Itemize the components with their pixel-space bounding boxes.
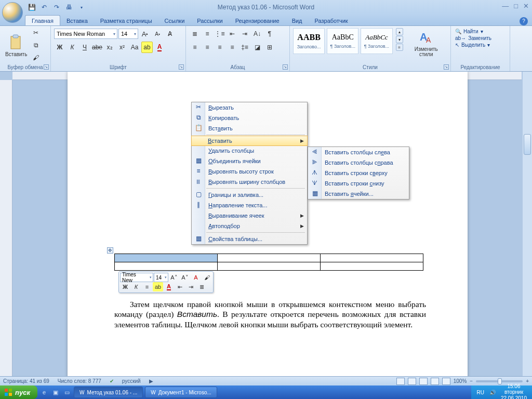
- strike-button[interactable]: abe: [91, 42, 103, 53]
- clear-format-icon[interactable]: A̷: [164, 28, 176, 39]
- font-size-select[interactable]: 14: [118, 29, 138, 39]
- align-right-button[interactable]: ≡: [214, 42, 225, 53]
- print-icon[interactable]: 🖶: [64, 3, 74, 12]
- status-macro-icon[interactable]: ▶: [149, 378, 153, 384]
- paste-button[interactable]: Вставить: [3, 33, 29, 58]
- submenu-item[interactable]: ▦Вставить ячейки...: [308, 189, 409, 199]
- maximize-button[interactable]: □: [514, 2, 518, 10]
- mini-format-painter[interactable]: 🖌: [202, 273, 212, 282]
- save-icon[interactable]: 💾: [27, 3, 36, 12]
- grow-font-icon[interactable]: A▴: [139, 28, 151, 39]
- tray-volume-icon[interactable]: 🔊: [489, 390, 496, 395]
- submenu-item[interactable]: ⩛Вставить строки снизу: [308, 178, 409, 189]
- highlight-button[interactable]: ab: [141, 42, 153, 53]
- format-painter-icon[interactable]: 🖌: [30, 52, 42, 63]
- show-desktop-icon[interactable]: ▭: [62, 388, 72, 397]
- subscript-button[interactable]: x₂: [104, 42, 115, 53]
- office-button[interactable]: [2, 2, 23, 23]
- context-menu-item[interactable]: ▦Объединить ячейки: [192, 156, 307, 166]
- zoom-out[interactable]: −: [470, 378, 473, 384]
- mini-grow-font[interactable]: A˄: [169, 273, 179, 282]
- status-lang[interactable]: русский: [122, 378, 141, 384]
- context-menu-item[interactable]: Вставить▶: [191, 136, 308, 146]
- copy-icon[interactable]: ⧉: [30, 39, 42, 51]
- show-marks-button[interactable]: ¶: [264, 28, 275, 39]
- context-menu-item[interactable]: 📋Вставить: [192, 123, 307, 134]
- mini-style[interactable]: A: [191, 273, 201, 282]
- vertical-scrollbar[interactable]: [523, 72, 532, 376]
- view-outline[interactable]: [431, 378, 439, 385]
- styles-scroll-down[interactable]: ▾: [396, 36, 403, 43]
- mini-italic[interactable]: К: [131, 282, 141, 291]
- tab-page-layout[interactable]: Разметка страницы: [94, 16, 158, 25]
- mini-bold[interactable]: Ж: [120, 282, 130, 291]
- shrink-font-icon[interactable]: A▾: [152, 28, 163, 39]
- underline-button[interactable]: Ч: [79, 42, 90, 53]
- sort-button[interactable]: A↓: [251, 28, 263, 39]
- taskbar-item[interactable]: WДокумент1 - Microso...: [145, 387, 217, 398]
- status-proof-icon[interactable]: ✔: [110, 378, 114, 384]
- ie-icon[interactable]: e: [39, 388, 49, 397]
- tab-view[interactable]: Вид: [286, 16, 309, 25]
- mini-size-select[interactable]: 14: [154, 273, 168, 282]
- page[interactable]: ✥ Times New 14 A˄ A˅ A 🖌 Ж К ≡ ab A ⇤ ⇥: [68, 72, 468, 376]
- cut-icon[interactable]: ✂: [30, 27, 42, 38]
- status-words[interactable]: Число слов: 8 777: [58, 378, 101, 384]
- table-row[interactable]: [115, 254, 423, 262]
- tab-home[interactable]: Главная: [25, 15, 60, 25]
- qat-more-icon[interactable]: ▾: [77, 3, 86, 12]
- status-page[interactable]: Страница: 41 из 69: [3, 378, 49, 384]
- context-menu-item[interactable]: Автоподбор▶: [192, 221, 307, 231]
- view-full-screen[interactable]: [408, 378, 416, 385]
- shading-button[interactable]: ◪: [251, 42, 263, 53]
- styles-more[interactable]: ≡: [396, 44, 403, 51]
- style-item[interactable]: AaBbCc¶ Заголов...: [361, 28, 392, 54]
- mini-font-select[interactable]: Times New: [120, 273, 153, 282]
- redo-icon[interactable]: ↷: [52, 3, 61, 12]
- submenu-item[interactable]: ⩚Вставить строки сверху: [308, 168, 409, 178]
- clipboard-dialog-launcher[interactable]: ↘: [44, 64, 49, 70]
- zoom-level[interactable]: 100%: [454, 378, 467, 384]
- view-draft[interactable]: [442, 378, 450, 385]
- context-menu-item[interactable]: Выравнивание ячеек▶: [192, 210, 307, 221]
- font-color-button[interactable]: A: [154, 42, 165, 53]
- bullets-button[interactable]: ≣: [189, 28, 201, 39]
- styles-dialog-launcher[interactable]: ↘: [444, 64, 449, 70]
- mini-shrink-font[interactable]: A˅: [180, 273, 190, 282]
- context-menu-item[interactable]: ▦Свойства таблицы...: [192, 234, 307, 244]
- borders-button[interactable]: ⊞: [264, 42, 275, 53]
- mini-font-color[interactable]: A: [164, 282, 174, 291]
- styles-scroll-up[interactable]: ▴: [396, 28, 403, 35]
- zoom-slider[interactable]: [476, 380, 523, 382]
- context-menu-item[interactable]: ≡Выровнять высоту строк: [192, 166, 307, 177]
- context-menu-item[interactable]: ✂Вырезать: [192, 102, 307, 113]
- taskbar-item[interactable]: WМетод указ 01.06 - ...: [74, 387, 143, 398]
- context-menu-item[interactable]: Удалить столбцы: [192, 145, 307, 156]
- ql-app-icon[interactable]: ▣: [51, 388, 60, 397]
- context-menu-item[interactable]: ⫼Выровнять ширину столбцов: [192, 177, 307, 187]
- submenu-item[interactable]: ⫸Вставить столбцы справа: [308, 157, 409, 168]
- help-button[interactable]: ?: [520, 17, 528, 25]
- change-case-button[interactable]: Aa: [129, 42, 140, 53]
- undo-icon[interactable]: ↶: [39, 3, 49, 12]
- tray-clock[interactable]: 15:06 вторник 22.06.2010: [501, 383, 527, 399]
- italic-button[interactable]: К: [66, 42, 78, 53]
- context-menu-item[interactable]: ▢Границы и заливка...: [192, 190, 307, 200]
- font-dialog-launcher[interactable]: ↘: [179, 64, 184, 70]
- tray-lang[interactable]: RU: [476, 390, 484, 395]
- style-item[interactable]: AaBbC¶ Заголов...: [327, 28, 358, 54]
- minimize-button[interactable]: —: [502, 2, 509, 10]
- tab-developer[interactable]: Разработчик: [309, 16, 354, 25]
- view-print-layout[interactable]: [396, 378, 405, 385]
- submenu-item[interactable]: ⫷Вставить столбцы слева: [308, 147, 409, 157]
- multilevel-button[interactable]: ⋮≡: [214, 28, 225, 39]
- paragraph-dialog-launcher[interactable]: ↘: [283, 64, 288, 70]
- context-menu-item[interactable]: ⧉Копировать: [192, 113, 307, 123]
- mini-center[interactable]: ≡: [142, 282, 152, 291]
- find-button[interactable]: 🔍Найти ▾: [454, 28, 507, 35]
- change-styles-button[interactable]: AA Изменить стили: [405, 28, 447, 58]
- mini-indent-dec[interactable]: ⇤: [175, 282, 185, 291]
- align-left-button[interactable]: ≡: [189, 42, 201, 53]
- close-button[interactable]: ✕: [523, 2, 529, 10]
- tab-review[interactable]: Рецензирование: [229, 16, 286, 25]
